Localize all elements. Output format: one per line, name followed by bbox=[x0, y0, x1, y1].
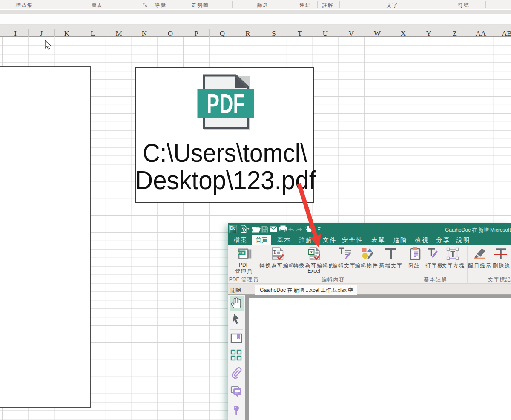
svg-text:T: T bbox=[273, 249, 276, 255]
svg-text:PDF: PDF bbox=[207, 89, 245, 119]
svg-text:PDF: PDF bbox=[238, 250, 245, 255]
